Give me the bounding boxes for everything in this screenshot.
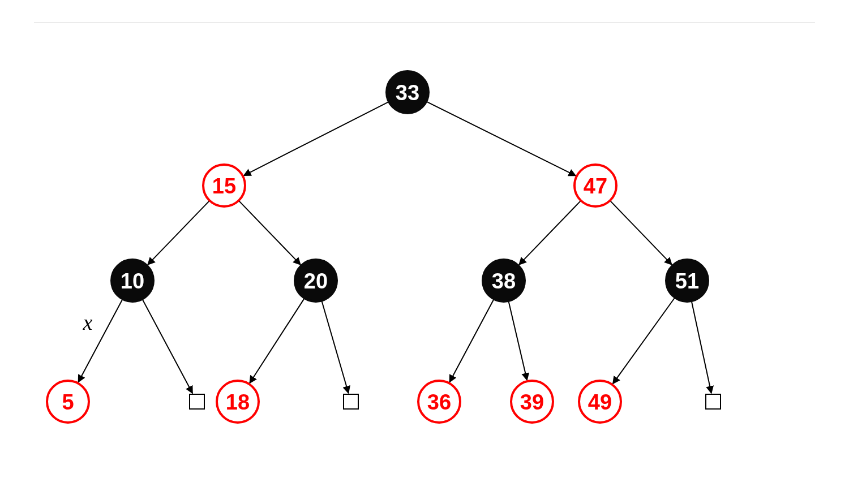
nodes-layer: 33154710203851518363949	[47, 71, 721, 423]
tree-edge	[244, 102, 389, 176]
node-value: 49	[588, 390, 612, 414]
node-value: 10	[121, 269, 144, 293]
nil-leaf	[190, 394, 204, 409]
tree-edge	[426, 101, 576, 175]
tree-svg: 33154710203851518363949 x	[0, 0, 849, 504]
node-value: 18	[226, 390, 250, 414]
node-value: 47	[584, 174, 607, 198]
tree-edge	[519, 201, 581, 265]
node-value: 39	[520, 390, 544, 414]
tree-edge	[148, 201, 209, 265]
node-value: 15	[212, 174, 236, 198]
tree-edge	[239, 201, 301, 265]
tree-edge	[692, 301, 711, 393]
tree-edge	[610, 201, 672, 265]
tree-edge	[142, 299, 192, 394]
nil-leaf	[706, 394, 721, 409]
node-value: 20	[304, 269, 328, 293]
node-value: 38	[492, 269, 516, 293]
node-value: 5	[62, 390, 74, 414]
tree-edge	[449, 299, 494, 382]
nil-leaf	[344, 394, 358, 409]
tree-edge	[508, 301, 527, 380]
tree-edge	[613, 298, 675, 384]
edges-layer	[78, 101, 711, 393]
node-value: 33	[396, 81, 419, 105]
edge-label-x: x	[83, 311, 93, 334]
node-value: 51	[675, 269, 699, 293]
node-value: 36	[427, 390, 451, 414]
tree-edge	[250, 298, 305, 383]
tree-edge	[321, 301, 348, 394]
